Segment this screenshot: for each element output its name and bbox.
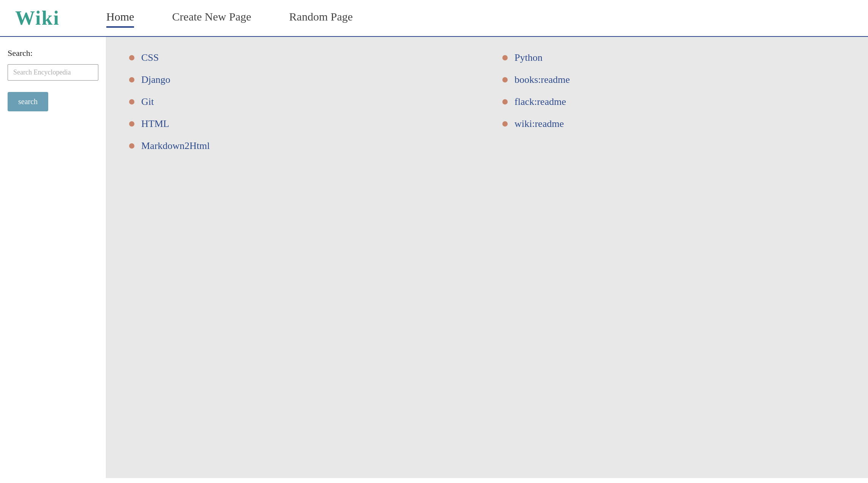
list-item: wiki:readme [502, 118, 845, 130]
entry-git[interactable]: Git [141, 96, 154, 108]
bullet-icon [502, 99, 508, 105]
entry-css[interactable]: CSS [141, 52, 159, 63]
search-button[interactable]: search [8, 92, 48, 111]
entries-column-right: Python books:readme flack:readme wiki:re… [502, 52, 845, 152]
bullet-icon [129, 99, 134, 105]
nav-create[interactable]: Create New Page [172, 10, 251, 26]
bullet-icon [129, 143, 134, 149]
search-label: Search: [8, 48, 98, 58]
header: Wiki Home Create New Page Random Page [0, 0, 868, 37]
main-layout: Search: search CSS Django Git [0, 37, 868, 478]
entry-flack-readme[interactable]: flack:readme [514, 96, 566, 108]
content: CSS Django Git HTML Markdown2Html [106, 37, 868, 478]
entries-grid: CSS Django Git HTML Markdown2Html [129, 52, 845, 152]
list-item: HTML [129, 118, 472, 130]
entry-html[interactable]: HTML [141, 118, 169, 130]
list-item: CSS [129, 52, 472, 63]
bullet-icon [502, 55, 508, 60]
entry-books-readme[interactable]: books:readme [514, 74, 570, 86]
list-item: books:readme [502, 74, 845, 86]
nav-random[interactable]: Random Page [289, 10, 353, 26]
bullet-icon [502, 77, 508, 82]
list-item: Markdown2Html [129, 140, 472, 152]
nav-home[interactable]: Home [106, 10, 134, 26]
logo: Wiki [15, 7, 76, 29]
entry-wiki-readme[interactable]: wiki:readme [514, 118, 564, 130]
bullet-icon [502, 121, 508, 127]
list-item: Python [502, 52, 845, 63]
bullet-icon [129, 121, 134, 127]
sidebar: Search: search [0, 37, 106, 478]
nav: Home Create New Page Random Page [106, 10, 353, 26]
entries-column-left: CSS Django Git HTML Markdown2Html [129, 52, 472, 152]
bullet-icon [129, 77, 134, 82]
search-input[interactable] [8, 64, 98, 81]
list-item: Django [129, 74, 472, 86]
list-item: Git [129, 96, 472, 108]
list-item: flack:readme [502, 96, 845, 108]
entry-markdown2html[interactable]: Markdown2Html [141, 140, 210, 152]
bullet-icon [129, 55, 134, 60]
entry-python[interactable]: Python [514, 52, 543, 63]
entry-django[interactable]: Django [141, 74, 170, 86]
